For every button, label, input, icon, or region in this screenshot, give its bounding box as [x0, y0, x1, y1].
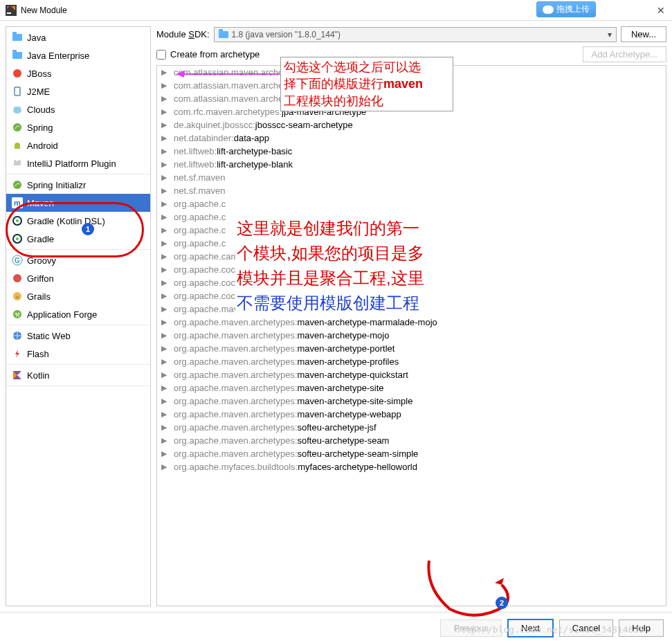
create-from-archetype-label[interactable]: Create from archetype	[170, 49, 260, 60]
sidebar-item-gradle-kotlin-dsl-[interactable]: Gradle (Kotlin DSL)	[6, 212, 150, 230]
archetype-row[interactable]: ▶org.apache.c	[157, 224, 666, 237]
sidebar-item-spring[interactable]: Spring	[6, 118, 150, 136]
archetype-row[interactable]: ▶org.apache.maven.archetypes:maven-arche…	[157, 329, 666, 342]
chevron-right-icon: ▶	[161, 397, 170, 406]
chevron-right-icon: ▶	[161, 68, 170, 77]
archetype-row[interactable]: ▶org.apache.maven.archetypes:softeu-arch…	[157, 421, 666, 434]
close-icon[interactable]: ✕	[657, 5, 665, 16]
chevron-right-icon: ▶	[161, 94, 170, 103]
sidebar-item-maven[interactable]: mMaven	[6, 194, 150, 212]
kotlin-icon	[12, 370, 23, 381]
sidebar-item-grails[interactable]: Grails	[6, 287, 150, 305]
sidebar-item-kotlin[interactable]: Kotlin	[6, 366, 150, 384]
watermark: http://blog.csdn.net/sinat_34814635	[455, 624, 644, 635]
svg-text:⚒: ⚒	[15, 311, 20, 318]
chevron-right-icon: ▶	[161, 265, 170, 274]
sidebar-item-jboss[interactable]: JBoss	[6, 64, 150, 82]
archetype-row[interactable]: ▶org.apache.c	[157, 197, 666, 210]
gradle-icon	[12, 233, 23, 244]
maven-icon: m	[12, 197, 23, 208]
chevron-right-icon: ▶	[161, 147, 170, 156]
annotation-badge-1: 1	[82, 223, 94, 235]
sidebar-item-j2me[interactable]: J2ME	[6, 82, 150, 100]
spring-icon	[12, 122, 23, 133]
archetype-row[interactable]: ▶org.apache.camel.archetypes:camel-arche…	[157, 250, 666, 263]
chevron-right-icon: ▶	[161, 134, 170, 143]
archetype-row[interactable]: ▶org.apache.maven.archetypes:maven-arche…	[157, 355, 666, 368]
archetype-row[interactable]: ▶org.apache.maven.archetypes:softeu-arch…	[157, 434, 666, 447]
sidebar-item-application-forge[interactable]: ⚒Application Forge	[6, 305, 150, 323]
sidebar-item-intellij-platform-plugin[interactable]: IntelliJ Platform Plugin	[6, 154, 150, 172]
create-from-archetype-checkbox[interactable]	[156, 50, 166, 60]
chevron-right-icon: ▶	[161, 186, 170, 195]
folder-icon	[12, 50, 23, 61]
svg-point-12	[13, 181, 21, 189]
archetype-row[interactable]: ▶org.apache.maven.archetypes:softeu-arch…	[157, 447, 666, 460]
archetype-row[interactable]: ▶net.liftweb:lift-archetype-blank	[157, 158, 666, 171]
sidebar-item-griffon[interactable]: Griffon	[6, 269, 150, 287]
plugin-icon	[12, 158, 23, 169]
archetype-row[interactable]: ▶com.atlassian.maven.archetypes:...	[157, 79, 666, 92]
archetype-row[interactable]: ▶org.apache.cocoon:cocoon-22-archetype-b…	[157, 276, 666, 289]
archetype-row[interactable]: ▶net.sf.maven	[157, 171, 666, 184]
flash-icon	[12, 348, 23, 359]
chevron-right-icon: ▶	[161, 331, 170, 340]
archetype-row[interactable]: ▶net.sf.maven	[157, 184, 666, 197]
add-archetype-button[interactable]: Add Archetype...	[583, 46, 666, 62]
sidebar-item-java[interactable]: Java	[6, 28, 150, 46]
archetype-list[interactable]: ▶com.atlassian.maven.archetypes:...▶com.…	[156, 65, 666, 606]
archetype-row[interactable]: ▶net.databinder:data-app	[157, 132, 666, 145]
sidebar-item-static-web[interactable]: Static Web	[6, 327, 150, 345]
archetype-row[interactable]: ▶net.liftweb:lift-archetype-basic	[157, 145, 666, 158]
archetype-row[interactable]: ▶org.apache.maven.archetypes:maven-arche…	[157, 408, 666, 421]
chevron-right-icon: ▶	[161, 212, 170, 221]
archetype-row[interactable]: ▶org.apache.maven.archetypes:maven-arche…	[157, 381, 666, 395]
archetype-row[interactable]: ▶org.apache.maven.archetypes:maven-arche…	[157, 302, 666, 316]
chevron-right-icon: ▶	[161, 305, 170, 314]
sidebar-item-groovy[interactable]: GGroovy	[6, 251, 150, 269]
new-sdk-button[interactable]: New...	[621, 26, 666, 42]
svg-point-18	[16, 237, 19, 240]
archetype-row[interactable]: ▶com.atlassian.maven.archetypes:...	[157, 66, 666, 79]
sidebar-item-android[interactable]: Android	[6, 136, 150, 154]
archetype-row[interactable]: ▶org.apache.maven.archetypes:maven-arche…	[157, 342, 666, 355]
gradle-icon	[12, 215, 23, 226]
chevron-right-icon: ▶	[161, 239, 170, 248]
archetype-row[interactable]: ▶com.atlassian.maven.archetypes:jira-plu…	[157, 92, 666, 105]
archetype-row[interactable]: ▶org.apache.myfaces.buildtools:myfaces-a…	[157, 460, 666, 473]
create-from-archetype-row: Create from archetype Add Archetype...	[156, 49, 666, 60]
sidebar-item-java-enterprise[interactable]: Java Enterprise	[6, 46, 150, 64]
svg-point-10	[14, 160, 17, 163]
folder-icon	[12, 32, 23, 43]
svg-point-11	[18, 160, 21, 163]
sidebar-item-clouds[interactable]: Clouds	[6, 100, 150, 118]
folder-icon	[219, 31, 228, 38]
forge-icon: ⚒	[12, 309, 23, 320]
chevron-right-icon: ▶	[161, 160, 170, 169]
svg-point-2	[13, 69, 21, 78]
chevron-right-icon: ▶	[161, 226, 170, 235]
sidebar-item-spring-initializr[interactable]: Spring Initializr	[6, 176, 150, 194]
jboss-icon	[12, 68, 23, 79]
archetype-row[interactable]: ▶org.apache.maven.archetypes:maven-arche…	[157, 395, 666, 408]
chevron-right-icon: ▶	[161, 291, 170, 300]
archetype-row[interactable]: ▶de.akquinet.jbosscc:jbosscc-seam-archet…	[157, 118, 666, 132]
android-icon	[12, 140, 23, 151]
upload-button[interactable]: 拖拽上传	[536, 1, 596, 17]
chevron-right-icon: ▶	[161, 252, 170, 261]
archetype-row[interactable]: ▶org.apache.c	[157, 210, 666, 224]
archetype-row[interactable]: ▶org.apache.maven.archetypes:maven-arche…	[157, 316, 666, 329]
archetype-row[interactable]: ▶org.apache.maven.archetypes:maven-arche…	[157, 368, 666, 381]
archetype-row[interactable]: ▶org.apache.c	[157, 237, 666, 250]
sdk-dropdown[interactable]: 1.8 (java version "1.8.0_144")	[214, 27, 617, 42]
archetype-row[interactable]: ▶org.apache.cocoon:cocoon-22-archetype-w…	[157, 289, 666, 302]
chevron-right-icon: ▶	[161, 357, 170, 366]
sidebar-item-flash[interactable]: Flash	[6, 345, 150, 363]
module-type-sidebar: JavaJava EnterpriseJBossJ2MECloudsSpring…	[6, 26, 151, 606]
annotation-badge-2: 2	[496, 597, 508, 609]
archetype-row[interactable]: ▶org.apache.cocoon:cocoon-22-archetype-b…	[157, 263, 666, 276]
archetype-row[interactable]: ▶com.rfc.maven.archetypes:jpa-maven-arch…	[157, 105, 666, 118]
window-title: New Module	[21, 6, 67, 15]
chevron-right-icon: ▶	[161, 173, 170, 182]
sidebar-item-gradle[interactable]: Gradle	[6, 230, 150, 248]
